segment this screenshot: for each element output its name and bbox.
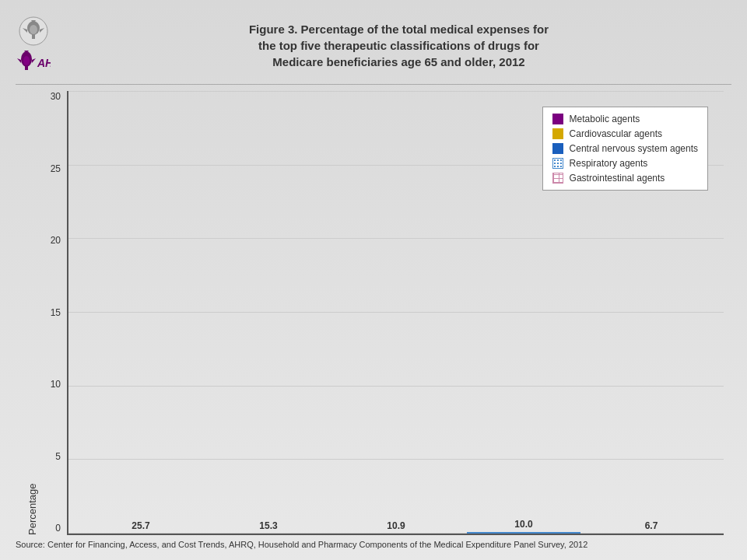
- chart-plot: 30 25 20 15 10 5 0: [40, 91, 724, 535]
- logo-area: AHRQ: [16, 16, 51, 75]
- title-area: Figure 3. Percentage of the total medica…: [66, 21, 731, 70]
- y-tick-5: 5: [55, 451, 61, 462]
- bar-value-cns: 10.9: [387, 520, 405, 531]
- footer: Source: Center for Financing, Access, an…: [16, 535, 731, 552]
- legend-label-gastrointestinal: Gastrointestinal agents: [570, 173, 665, 184]
- legend-label-cardiovascular: Cardiovascular agents: [570, 128, 662, 139]
- bar-value-metabolic: 25.7: [132, 520, 149, 531]
- bar-group-cns: 10.9: [339, 520, 453, 534]
- chart-wrapper: Percentage 30 25 20 15 10 5 0: [23, 91, 724, 535]
- legend-item-cns: Central nervous system agents: [552, 143, 698, 154]
- bar-value-cardiovascular: 15.3: [259, 520, 277, 531]
- legend-item-metabolic: Metabolic agents: [552, 114, 698, 124]
- ahrq-logo: AHRQ: [16, 50, 51, 75]
- svg-marker-10: [17, 58, 21, 63]
- header-divider: [16, 84, 731, 85]
- svg-point-8: [23, 56, 30, 65]
- bar-respiratory: [467, 532, 580, 534]
- bar-value-respiratory: 10.0: [514, 519, 532, 530]
- svg-marker-11: [32, 58, 36, 63]
- y-axis: 30 25 20 15 10 5 0: [40, 91, 67, 535]
- hhs-logo-icon: [18, 16, 49, 47]
- legend-swatch-respiratory: [552, 158, 563, 169]
- chart-title: Figure 3. Percentage of the total medica…: [66, 21, 731, 70]
- legend-swatch-cardiovascular: [552, 128, 563, 139]
- legend-swatch-cns: [552, 143, 563, 154]
- header: AHRQ Figure 3. Percentage of the total m…: [16, 8, 731, 81]
- y-tick-10: 10: [51, 379, 61, 390]
- svg-text:AHRQ: AHRQ: [37, 57, 51, 69]
- legend-item-cardiovascular: Cardiovascular agents: [552, 128, 698, 139]
- legend-swatch-gastrointestinal: [552, 173, 563, 184]
- y-tick-30: 30: [51, 91, 61, 102]
- legend-label-respiratory: Respiratory agents: [570, 158, 648, 169]
- page-container: AHRQ Figure 3. Percentage of the total m…: [0, 0, 747, 560]
- legend-box: Metabolic agents Cardiovascular agents C…: [542, 107, 708, 191]
- bar-group-cardiovascular: 15.3: [212, 520, 325, 534]
- svg-rect-12: [25, 66, 28, 70]
- y-tick-20: 20: [51, 235, 61, 246]
- y-tick-15: 15: [51, 307, 61, 318]
- legend-label-cns: Central nervous system agents: [570, 143, 698, 154]
- bar-value-gastrointestinal: 6.7: [645, 520, 658, 531]
- source-text: Source: Center for Financing, Access, an…: [16, 540, 587, 549]
- legend-item-gastrointestinal: Gastrointestinal agents: [552, 173, 698, 184]
- y-tick-0: 0: [55, 523, 61, 534]
- chart-inner: 30 25 20 15 10 5 0: [40, 91, 724, 535]
- bars-area: 25.7 15.3 10.9: [67, 91, 724, 535]
- bar-group-respiratory: 10.0: [467, 519, 580, 534]
- svg-rect-6: [32, 34, 35, 39]
- y-tick-25: 25: [51, 163, 61, 174]
- y-axis-label: Percentage: [23, 91, 38, 535]
- bar-group-gastrointestinal: 6.7: [594, 520, 708, 534]
- legend-label-metabolic: Metabolic agents: [570, 114, 640, 124]
- svg-point-2: [30, 25, 37, 34]
- legend-item-respiratory: Respiratory agents: [552, 158, 698, 169]
- legend-swatch-metabolic: [552, 114, 563, 124]
- ahrq-logo-icon: AHRQ: [16, 50, 51, 75]
- chart-area: Percentage 30 25 20 15 10 5 0: [16, 91, 731, 535]
- bar-group-metabolic: 25.7: [84, 520, 198, 534]
